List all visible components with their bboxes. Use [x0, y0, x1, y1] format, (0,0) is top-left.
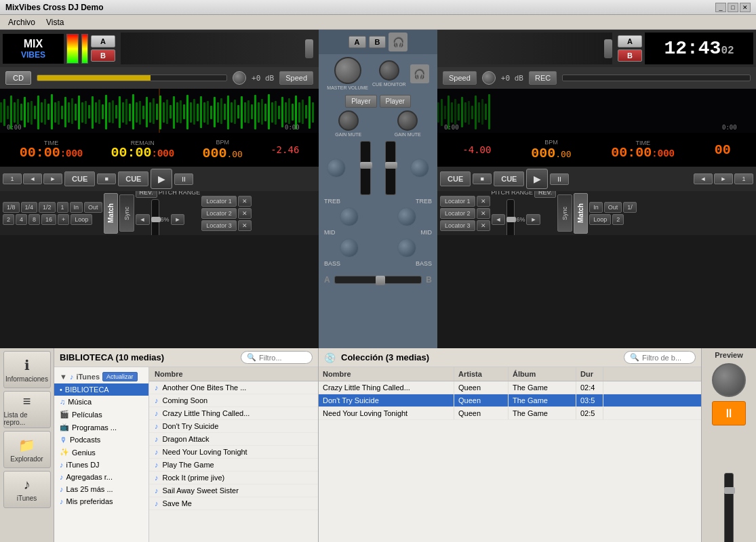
preview-volume-knob[interactable] [712, 363, 746, 397]
beat-1h-btn[interactable]: 1/ [623, 202, 637, 213]
out-btn-right[interactable]: Out [604, 202, 622, 213]
list-item-6[interactable]: ♪ Play The Game [149, 459, 318, 472]
progress-bar-left[interactable] [37, 75, 227, 81]
waveform-left[interactable]: 0:00 0:00 [0, 89, 319, 133]
beat-2-btn[interactable]: 2 [3, 214, 14, 225]
rec-btn-right[interactable]: REC [529, 71, 557, 85]
treb-knob-right[interactable] [410, 159, 429, 178]
plus-btn-left[interactable]: + [58, 214, 69, 225]
b-button-left[interactable]: B [91, 49, 115, 62]
menu-vista[interactable]: Vista [41, 16, 69, 28]
lib-search-input[interactable] [259, 354, 306, 362]
locator1-btn-right[interactable]: Locator 1 [440, 196, 475, 207]
loop-1-btn-right[interactable]: 1 [734, 173, 753, 184]
loop-btn-left[interactable]: Loop [71, 214, 92, 225]
sidebar-explorer-btn[interactable]: 📁 Explorador [3, 431, 51, 468]
player-right-btn[interactable]: Player [380, 95, 411, 108]
cue-button-1-left[interactable]: CUE [64, 171, 95, 186]
match-button-left[interactable]: Match [104, 193, 118, 234]
gain-knob-right[interactable] [397, 110, 418, 131]
rev-btn-left[interactable]: REV. [136, 191, 157, 198]
list-item-8[interactable]: ♪ Sail Away Sweet Sister [149, 484, 318, 497]
sidebar-info-btn[interactable]: ℹ Informaciones [3, 351, 51, 388]
list-item-5[interactable]: ♪ Need Your Loving Tonight [149, 446, 318, 459]
next-button-right[interactable]: ► [714, 173, 733, 184]
locator3-btn-right[interactable]: Locator 3 [440, 220, 475, 231]
locator3-x-btn-left[interactable]: ✕ [238, 220, 252, 231]
beat-4-btn[interactable]: 4 [16, 214, 27, 225]
beat-1-8-btn[interactable]: 1/8 [3, 202, 20, 213]
list-item-0[interactable]: ♪ Another One Bites The ... [149, 381, 318, 394]
in-btn-right[interactable]: In [589, 202, 603, 213]
locator2-x-btn-right[interactable]: ✕ [477, 208, 490, 219]
cue-knob[interactable] [379, 60, 399, 81]
stop-button-left[interactable]: ■ [97, 173, 116, 184]
next-button[interactable]: ► [43, 173, 62, 184]
itunes-root-item[interactable]: ▼ ♪ iTunes Actualizar [54, 370, 148, 383]
beat-8-btn[interactable]: 8 [28, 214, 40, 225]
tree-peliculas-item[interactable]: 🎬 Películas [54, 408, 148, 421]
fwd-btn-right[interactable]: ► [526, 214, 540, 225]
locator3-x-btn-right[interactable]: ✕ [477, 220, 490, 231]
coll-row-2[interactable]: Need Your Loving Tonight Queen The Game … [319, 407, 701, 420]
tree-programas-item[interactable]: 📺 Programas ... [54, 421, 148, 434]
tree-las25-item[interactable]: ♪ Las 25 más ... [54, 483, 148, 495]
maximize-button[interactable]: □ [728, 3, 738, 12]
fader-left[interactable] [360, 141, 371, 195]
in-btn-left[interactable]: In [70, 202, 83, 213]
menu-archivo[interactable]: Archivo [3, 16, 41, 28]
beat-1-btn[interactable]: 1 [57, 202, 68, 213]
tree-musica-item[interactable]: ♫ Música [54, 396, 148, 408]
list-item-2[interactable]: ♪ Crazy Little Thing Called... [149, 407, 318, 420]
match-button-right[interactable]: Match [574, 193, 588, 234]
play-button-right[interactable]: ▶ [526, 169, 548, 189]
rew-btn-left[interactable]: ◄ [136, 214, 150, 225]
speed-btn-right[interactable]: Speed [443, 71, 477, 85]
volume-knob-left[interactable] [233, 71, 246, 85]
tree-agregadas-item[interactable]: ♪ Agregadas r... [54, 471, 148, 483]
cue-button-1-right[interactable]: CUE [440, 171, 471, 186]
player-left-btn[interactable]: Player [345, 95, 376, 108]
headphone-icon-right[interactable]: 🎧 [410, 64, 429, 83]
itunes-update-btn[interactable]: Actualizar [102, 372, 138, 381]
crossfader[interactable] [334, 276, 422, 284]
speed-btn-left[interactable]: Speed [279, 71, 313, 85]
loop-btn-right[interactable]: Loop [589, 214, 611, 225]
fader-right[interactable] [385, 141, 396, 195]
preview-slider[interactable] [724, 473, 734, 542]
mid-knob-right[interactable] [397, 207, 416, 226]
coll-filter[interactable]: 🔍 [624, 351, 696, 364]
gain-knob-left[interactable] [338, 110, 359, 131]
locator1-btn-left[interactable]: Locator 1 [201, 196, 237, 207]
coll-search-input[interactable] [642, 354, 690, 362]
tree-genius-item[interactable]: ✨ Genius [54, 446, 148, 459]
play-button-left[interactable]: ▶ [151, 169, 172, 189]
out-btn-left[interactable]: Out [84, 202, 102, 213]
lib-filter[interactable]: 🔍 [241, 351, 313, 364]
cue-button-2-left[interactable]: CUE [118, 171, 148, 186]
volume-knob-right[interactable] [482, 71, 496, 85]
tree-biblioteca-item[interactable]: • BIBLIOTECA [54, 383, 148, 396]
locator1-x-btn-right[interactable]: ✕ [477, 196, 490, 207]
master-volume-knob[interactable] [334, 57, 361, 84]
rew-btn-right[interactable]: ◄ [492, 214, 506, 225]
sidebar-itunes-btn[interactable]: ♪ iTunes [3, 471, 51, 508]
beat-1-4-btn[interactable]: 1/4 [21, 202, 38, 213]
b-button-right[interactable]: B [618, 49, 642, 62]
mixer-a-btn[interactable]: A [349, 36, 366, 48]
locator2-x-btn-left[interactable]: ✕ [238, 208, 252, 219]
stop-button-right[interactable]: ■ [473, 173, 492, 184]
sidebar-playlist-btn[interactable]: ≡ Lista de repro... [3, 391, 51, 428]
treb-knob-left[interactable] [327, 159, 346, 178]
list-item-4[interactable]: ♪ Dragon Attack [149, 433, 318, 446]
beat-2-btn-right[interactable]: 2 [612, 214, 624, 225]
beat-16-btn[interactable]: 16 [41, 214, 56, 225]
tree-mispreferidas-item[interactable]: ♪ Mis preferidas [54, 495, 148, 507]
locator1-x-btn-left[interactable]: ✕ [238, 196, 252, 207]
sync-button-left[interactable]: Sync [119, 194, 134, 232]
list-item-9[interactable]: ♪ Save Me [149, 497, 318, 510]
prev-button-right[interactable]: ◄ [694, 173, 713, 184]
tree-podcasts-item[interactable]: 🎙 Podcasts [54, 434, 148, 446]
loop-1-button[interactable]: 1 [3, 173, 22, 184]
mixer-b-btn[interactable]: B [369, 36, 386, 48]
